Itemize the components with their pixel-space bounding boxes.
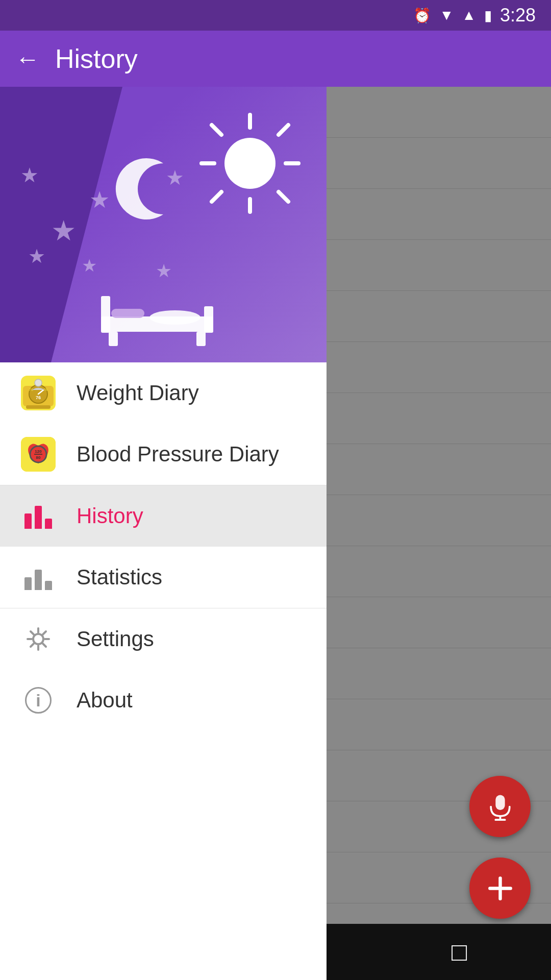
mic-icon: [486, 793, 514, 821]
right-panel: [327, 87, 551, 980]
blood-pressure-icon: 120 80: [20, 436, 56, 472]
status-bar: ⏰ ▼ ▲ ▮ 3:28: [0, 0, 551, 31]
star-7: ★: [156, 260, 172, 282]
status-time: 3:28: [500, 5, 536, 26]
statistics-icon: [20, 559, 56, 595]
weight-diary-icon: 76 78 76: [20, 375, 56, 411]
signal-icon: ▲: [462, 7, 476, 23]
svg-line-35: [43, 644, 46, 647]
menu-item-weight-diary[interactable]: 76 78 76 Weight Diary: [0, 362, 327, 424]
svg-rect-10: [101, 296, 110, 333]
svg-line-7: [212, 192, 221, 202]
svg-line-37: [31, 644, 34, 647]
svg-rect-14: [109, 332, 118, 346]
stats-bar-3: [45, 581, 52, 590]
menu-item-history[interactable]: History: [0, 485, 327, 547]
svg-point-13: [149, 310, 201, 325]
history-bar-3: [45, 519, 52, 529]
weight-diary-label: Weight Diary: [77, 381, 199, 405]
svg-rect-12: [111, 309, 144, 318]
svg-line-34: [31, 631, 34, 634]
hero-banner: ★ ★ ★ ★ ★ ★ ★: [0, 87, 327, 362]
svg-rect-38: [495, 795, 505, 810]
svg-text:120: 120: [35, 449, 42, 454]
svg-rect-22: [26, 405, 51, 409]
main-layout: ★ ★ ★ ★ ★ ★ ★: [0, 87, 551, 980]
menu-item-settings[interactable]: Settings: [0, 608, 327, 670]
history-bar-2: [35, 506, 42, 529]
fab-add-button[interactable]: [469, 857, 531, 919]
about-icon-container: i: [20, 682, 56, 718]
stats-bar-2: [35, 570, 42, 590]
svg-rect-11: [204, 306, 213, 333]
app-bar: ← History: [0, 31, 551, 87]
svg-text:76: 76: [36, 395, 41, 400]
blood-pressure-label: Blood Pressure Diary: [77, 442, 279, 467]
svg-text:80: 80: [36, 455, 41, 460]
wifi-icon: ▼: [439, 7, 454, 23]
history-icon: [20, 498, 56, 534]
history-bar-1: [24, 513, 32, 529]
svg-line-6: [279, 125, 288, 135]
stats-bar-1: [24, 577, 32, 590]
menu-item-statistics[interactable]: Statistics: [0, 547, 327, 608]
menu-item-blood-pressure[interactable]: 120 80 Blood Pressure Diary: [0, 424, 327, 485]
app-bar-title: History: [55, 43, 138, 74]
fab-mic-button[interactable]: [469, 776, 531, 837]
gear-icon: [26, 626, 51, 652]
star-1: ★: [20, 163, 39, 187]
sun-icon: [199, 112, 301, 214]
nav-recent-button[interactable]: □: [439, 932, 480, 972]
battery-icon: ▮: [484, 7, 492, 24]
svg-point-29: [33, 634, 43, 644]
statistics-label: Statistics: [77, 565, 162, 590]
star-4: ★: [89, 186, 110, 213]
svg-line-36: [43, 631, 46, 634]
settings-icon-container: [20, 621, 56, 657]
star-3: ★: [28, 245, 45, 267]
svg-line-4: [212, 125, 221, 135]
svg-point-23: [35, 379, 42, 386]
menu-items: 76 78 76 Weight Diary: [0, 362, 327, 980]
info-icon: i: [25, 687, 52, 714]
about-label: About: [77, 688, 133, 713]
drawer: ★ ★ ★ ★ ★ ★ ★: [0, 87, 327, 980]
back-button[interactable]: ←: [15, 45, 40, 73]
history-label: History: [77, 504, 143, 528]
svg-rect-15: [196, 332, 206, 346]
add-icon: [486, 874, 514, 902]
bed-icon: [96, 281, 218, 347]
status-icons: ⏰ ▼ ▲ ▮ 3:28: [413, 5, 536, 26]
star-2: ★: [51, 214, 76, 247]
alarm-icon: ⏰: [413, 7, 431, 24]
star-5: ★: [82, 255, 97, 276]
settings-label: Settings: [77, 627, 154, 651]
menu-item-about[interactable]: i About: [0, 670, 327, 731]
svg-point-8: [224, 138, 276, 189]
moon-icon: [112, 153, 184, 225]
svg-line-5: [279, 192, 288, 202]
